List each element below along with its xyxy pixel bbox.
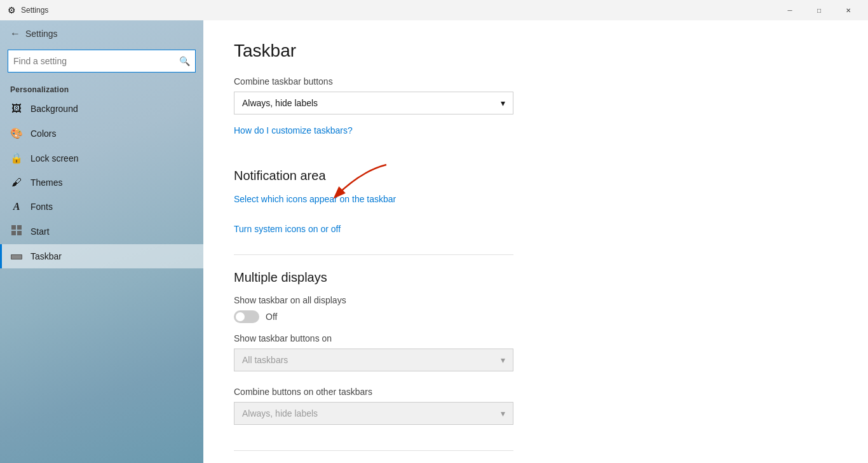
- combine-other-dropdown[interactable]: Always, hide labels ▾: [234, 402, 513, 425]
- toggle-knob: [236, 312, 245, 321]
- section-divider: [234, 254, 513, 255]
- page-title: Taskbar: [234, 41, 837, 61]
- show-buttons-label: Show taskbar buttons on: [234, 333, 837, 343]
- combine-other-label: Combine buttons on other taskbars: [234, 387, 837, 397]
- colors-icon: 🎨: [10, 127, 23, 139]
- show-all-state: Off: [266, 312, 277, 322]
- window-controls: ─ □ ✕: [775, 0, 863, 20]
- notification-area-heading: Notification area: [234, 169, 837, 183]
- sidebar-item-lock-screen[interactable]: 🔒 Lock screen: [0, 146, 203, 170]
- sidebar-item-background[interactable]: 🖼 Background: [0, 97, 203, 121]
- show-buttons-icon: ▾: [501, 355, 505, 365]
- show-buttons-value: All taskbars: [242, 355, 288, 365]
- start-icon: [10, 225, 23, 238]
- app-container: ← Settings 🔍 Personalization 🖼 Backgroun…: [0, 20, 868, 463]
- sidebar-item-label: Colors: [31, 128, 56, 139]
- sidebar-item-label: Background: [31, 104, 78, 114]
- show-buttons-setting: Show taskbar buttons on All taskbars ▾: [234, 333, 837, 371]
- show-buttons-dropdown[interactable]: All taskbars ▾: [234, 349, 513, 371]
- combine-other-icon: ▾: [501, 408, 505, 418]
- main-content: Taskbar Combine taskbar buttons Always, …: [203, 20, 868, 463]
- sidebar-item-label: Taskbar: [31, 251, 62, 261]
- sidebar-item-taskbar[interactable]: Taskbar: [0, 244, 203, 268]
- annotation-area: Select which icons appear on the taskbar: [234, 193, 837, 209]
- sidebar-item-fonts[interactable]: A Fonts: [0, 195, 203, 219]
- combine-other-value: Always, hide labels: [242, 408, 318, 418]
- svg-rect-5: [11, 255, 22, 259]
- system-icons-link[interactable]: Turn system icons on or off: [234, 224, 341, 234]
- close-button[interactable]: ✕: [834, 0, 863, 20]
- sidebar: ← Settings 🔍 Personalization 🖼 Backgroun…: [0, 20, 203, 463]
- sidebar-item-themes[interactable]: 🖌 Themes: [0, 170, 203, 195]
- search-icon: 🔍: [179, 56, 190, 66]
- search-box[interactable]: 🔍: [8, 50, 196, 73]
- svg-rect-0: [11, 225, 16, 230]
- svg-rect-3: [17, 231, 22, 235]
- app-title: Settings: [21, 6, 48, 15]
- sidebar-item-label: Themes: [31, 177, 63, 188]
- svg-rect-1: [17, 225, 22, 230]
- sidebar-item-label: Start: [31, 226, 50, 237]
- show-all-toggle[interactable]: [234, 310, 259, 323]
- combine-buttons-setting: Combine taskbar buttons Always, hide lab…: [234, 76, 837, 114]
- themes-icon: 🖌: [10, 177, 23, 188]
- sidebar-item-start[interactable]: Start: [0, 219, 203, 244]
- title-bar: ⚙ Settings ─ □ ✕: [0, 0, 868, 20]
- combine-value: Always, hide labels: [242, 98, 318, 108]
- lock-icon: 🔒: [10, 152, 23, 164]
- fonts-icon: A: [10, 201, 23, 212]
- titlebar-left: ⚙ Settings: [0, 5, 48, 15]
- sidebar-section-label: Personalization: [0, 80, 203, 97]
- combine-dropdown-icon: ▾: [501, 98, 505, 108]
- minimize-button[interactable]: ─: [775, 0, 804, 20]
- sidebar-item-label: Lock screen: [31, 153, 78, 163]
- show-all-label: Show taskbar on all displays: [234, 295, 837, 305]
- section-divider-2: [234, 450, 513, 451]
- search-input[interactable]: [13, 56, 179, 66]
- sidebar-app-title: Settings: [25, 29, 58, 39]
- combine-label: Combine taskbar buttons: [234, 76, 837, 86]
- maximize-button[interactable]: □: [804, 0, 834, 20]
- select-icons-link[interactable]: Select which icons appear on the taskbar: [234, 194, 396, 204]
- customize-taskbars-link[interactable]: How do I customize taskbars?: [234, 125, 353, 135]
- combine-dropdown[interactable]: Always, hide labels ▾: [234, 92, 513, 114]
- sidebar-item-label: Fonts: [31, 202, 53, 212]
- taskbar-icon: [10, 251, 23, 262]
- svg-rect-2: [11, 231, 16, 235]
- back-button[interactable]: ← Settings: [0, 20, 203, 47]
- combine-other-setting: Combine buttons on other taskbars Always…: [234, 387, 837, 425]
- settings-icon: ⚙: [8, 5, 16, 15]
- background-icon: 🖼: [10, 103, 23, 114]
- multiple-displays-heading: Multiple displays: [234, 270, 837, 285]
- back-icon: ←: [10, 28, 20, 39]
- sidebar-item-colors[interactable]: 🎨 Colors: [0, 121, 203, 146]
- show-all-toggle-row: Off: [234, 310, 837, 323]
